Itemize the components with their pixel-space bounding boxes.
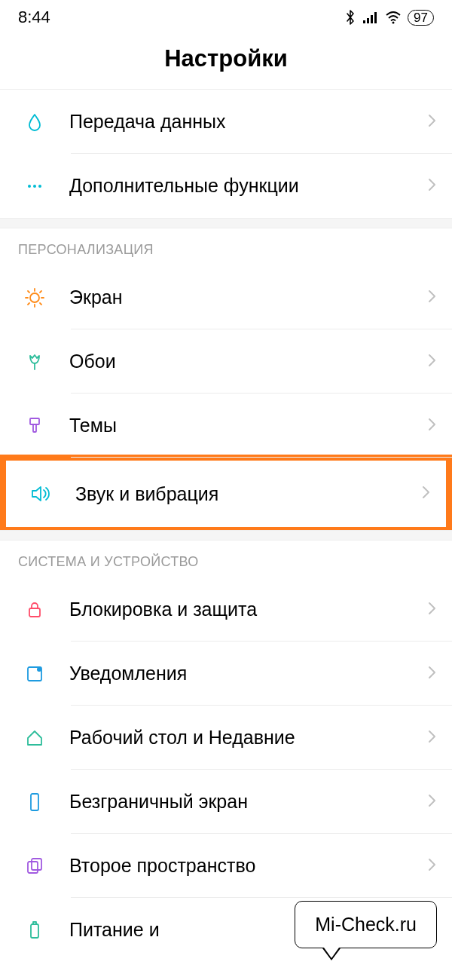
brush-icon — [18, 415, 51, 436]
status-bar: 8:44 97 — [0, 0, 452, 32]
settings-item-label: Экран — [51, 286, 426, 308]
chevron-right-icon — [426, 728, 437, 748]
settings-item-notifications[interactable]: Уведомления — [0, 642, 452, 706]
group-header: СИСТЕМА И УСТРОЙСТВО — [0, 541, 452, 577]
settings-item-label: Передача данных — [51, 111, 426, 133]
svg-rect-26 — [31, 924, 38, 938]
chevron-right-icon — [426, 176, 437, 196]
settings-item-label: Дополнительные функции — [51, 175, 426, 197]
svg-point-4 — [392, 22, 395, 24]
divider — [71, 457, 452, 458]
settings-item-more-features[interactable]: Дополнительные функции — [0, 154, 452, 218]
group-separator — [0, 218, 452, 228]
svg-rect-2 — [371, 15, 373, 23]
settings-item-sound-vibration[interactable]: Звук и вибрация — [6, 461, 446, 527]
svg-rect-24 — [28, 862, 38, 873]
svg-line-13 — [28, 291, 29, 292]
chevron-right-icon — [426, 792, 437, 812]
chevron-right-icon — [426, 856, 437, 876]
settings-item-label: Безграничный экран — [51, 791, 426, 813]
settings-item-data-transfer[interactable]: Передача данных — [0, 90, 452, 154]
svg-rect-0 — [363, 20, 365, 23]
settings-item-label: Блокировка и защита — [51, 599, 426, 620]
dots-icon — [18, 176, 51, 197]
watermark-text: Mi-Check.ru — [315, 914, 417, 935]
page-title: Настройки — [0, 32, 452, 89]
chevron-right-icon — [426, 112, 437, 132]
status-icons: 97 — [344, 9, 434, 26]
settings-item-wallpaper[interactable]: Обои — [0, 329, 452, 394]
notif-icon — [18, 663, 51, 684]
wifi-icon — [385, 11, 402, 24]
svg-line-15 — [40, 291, 41, 292]
settings-item-label: Обои — [51, 351, 426, 372]
settings-item-label: Второе пространство — [51, 855, 426, 877]
svg-point-8 — [30, 293, 39, 302]
settings-item-lock-security[interactable]: Блокировка и защита — [0, 577, 452, 642]
svg-rect-25 — [32, 859, 41, 870]
svg-point-6 — [33, 185, 36, 188]
battery-indicator: 97 — [408, 10, 434, 26]
settings-item-second-space[interactable]: Второе пространство — [0, 834, 452, 898]
watermark-callout: Mi-Check.ru — [295, 901, 437, 948]
settings-item-home-recents[interactable]: Рабочий стол и Недавние — [0, 706, 452, 770]
svg-point-5 — [28, 185, 31, 188]
svg-point-7 — [38, 185, 41, 188]
battery-icon — [18, 920, 51, 941]
svg-rect-1 — [367, 18, 369, 23]
svg-rect-19 — [33, 424, 36, 432]
signal-icon — [362, 11, 379, 24]
sun-icon — [18, 287, 51, 308]
settings-list: Передача данныхДополнительные функцииПЕР… — [0, 90, 452, 962]
svg-rect-27 — [33, 922, 36, 924]
drop-icon — [18, 112, 51, 133]
group-header: ПЕРСОНАЛИЗАЦИЯ — [0, 228, 452, 265]
svg-point-22 — [37, 667, 41, 672]
phone-icon — [18, 792, 51, 813]
svg-rect-23 — [31, 794, 38, 810]
chevron-right-icon — [426, 416, 437, 436]
group-separator — [0, 530, 452, 541]
speaker-icon — [24, 482, 57, 505]
status-time: 8:44 — [18, 8, 50, 27]
svg-rect-20 — [29, 608, 40, 617]
svg-rect-18 — [30, 418, 39, 424]
chevron-right-icon — [426, 600, 437, 620]
svg-line-16 — [28, 303, 29, 305]
settings-item-label: Уведомления — [51, 663, 426, 684]
home-icon — [18, 727, 51, 749]
tulip-icon — [18, 351, 51, 372]
settings-item-label: Звук и вибрация — [57, 483, 420, 505]
dual-icon — [18, 856, 51, 877]
settings-item-label: Темы — [51, 415, 426, 436]
svg-line-14 — [40, 303, 41, 305]
chevron-right-icon — [426, 664, 437, 684]
lock-icon — [18, 599, 51, 620]
settings-item-full-screen[interactable]: Безграничный экран — [0, 770, 452, 834]
chevron-right-icon — [426, 352, 437, 372]
settings-item-themes[interactable]: Темы — [0, 394, 452, 458]
settings-item-display[interactable]: Экран — [0, 265, 452, 329]
svg-rect-3 — [374, 12, 377, 23]
bluetooth-icon — [344, 9, 356, 26]
highlight-frame: Звук и вибрация — [0, 455, 452, 533]
chevron-right-icon — [420, 484, 431, 504]
settings-item-label: Рабочий стол и Недавние — [51, 727, 426, 749]
chevron-right-icon — [426, 288, 437, 308]
